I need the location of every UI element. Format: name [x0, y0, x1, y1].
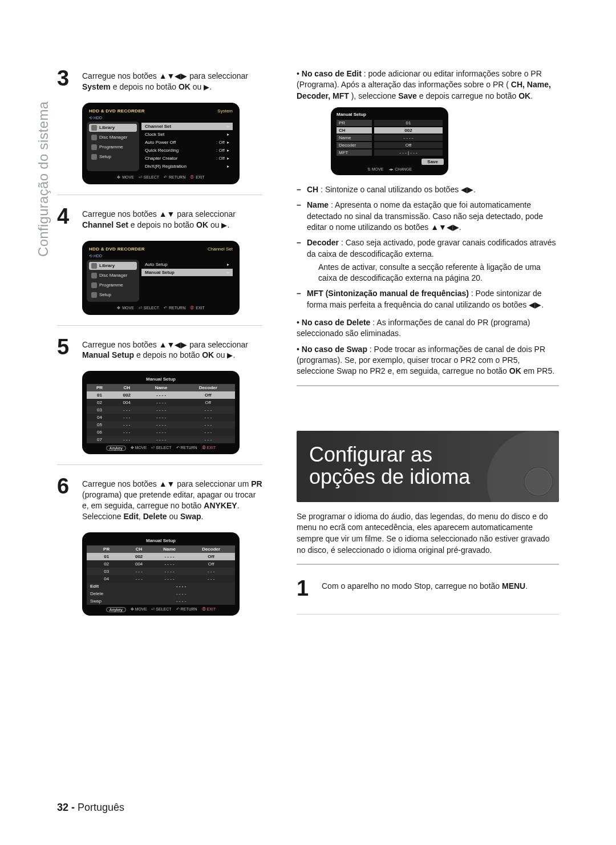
table-row: 01002- - - -Off: [87, 391, 235, 399]
step-4: 4 Carregue nos botões ▲▼ para selecciona…: [57, 207, 262, 231]
rule-strong: [297, 564, 559, 565]
step-text: Carregue nos botões ▲▼◀▶ para selecciona…: [82, 71, 262, 92]
screenshot-system: HDD & DVD RECORDER System ⟲ HDD Library …: [82, 103, 240, 184]
step-1: 1 Com o aparelho no modo Stop, carregue …: [297, 579, 559, 598]
rule: [297, 614, 559, 614]
save-button[interactable]: Save: [422, 159, 444, 165]
step-number: 3: [57, 68, 76, 92]
screenshot-manual-setup-2: Manual Setup PRCHNameDecoder 01002- - - …: [82, 532, 240, 616]
table-row: 03- - -- - - -- - -: [87, 568, 235, 575]
context-menu-item: Swap- - - -: [87, 597, 235, 605]
page-footer: 32 - Português: [57, 802, 124, 814]
context-menu-item: Delete- - - -: [87, 590, 235, 597]
table-row: 04- - -- - - -- - -: [87, 575, 235, 583]
nav-list: Library Disc Manager Programme Setup: [87, 122, 139, 171]
table-row: 05- - -- - - -- - -: [87, 421, 235, 428]
rule: [57, 195, 262, 195]
swap-note: • No caso de Swap : Pode trocar as infor…: [297, 344, 559, 377]
step-6: 6 Carregue nos botões ▲▼ para selecciona…: [57, 476, 262, 522]
def-mft: – MFT (Sintonização manual de frequência…: [297, 288, 559, 310]
delete-note: • No caso de Delete : As informações de …: [297, 317, 559, 339]
table-row: 07- - -- - - -- - -: [87, 436, 235, 443]
table-row: 06- - -- - - -- - -: [87, 428, 235, 436]
table-row: 04- - -- - - -- - -: [87, 414, 235, 421]
context-menu-item: Edit- - - -: [87, 583, 235, 590]
settings-list: Channel Set Clock Set Auto Power Off: Of…: [139, 122, 235, 171]
rule: [57, 325, 262, 326]
edit-note: • No caso de Edit : pode adicionar ou ed…: [297, 68, 559, 102]
play-icon: ▶: [204, 83, 209, 91]
right-column: • No caso de Edit : pode adicionar ou ed…: [297, 68, 559, 782]
step-3: 3 Carregue nos botões ▲▼◀▶ para seleccio…: [57, 68, 262, 92]
def-ch: – CH : Sintonize o canal utilizando os b…: [297, 184, 559, 195]
step-5: 5 Carregue nos botões ▲▼◀▶ para seleccio…: [57, 337, 262, 361]
screenshot-channel-set: HDD & DVD RECORDER Channel Set ⟲ HDD Lib…: [82, 241, 240, 315]
section-lead: Se programar o idioma do áudio, das lege…: [297, 511, 559, 556]
table-row: 03- - -- - - -- - -: [87, 406, 235, 414]
page: Configuração do sistema 3 Carregue nos b…: [0, 0, 616, 845]
def-name: – Name : Apresenta o nome da estação que…: [297, 200, 559, 233]
arrow-icons: ▲▼◀▶: [159, 71, 188, 82]
disc-icon: [487, 431, 559, 502]
table-row: 02004- - - -Off: [87, 560, 235, 568]
screenshot-manual-setup-1: Manual Setup PRCHNameDecoder 01002- - - …: [82, 371, 240, 454]
content-grid: 3 Carregue nos botões ▲▼◀▶ para seleccio…: [57, 68, 559, 782]
rule-strong: [297, 385, 559, 386]
section-title: Configurar asopções de idioma: [297, 431, 559, 502]
channel-table: PRCHNameDecoder 01002- - - -Off 02004- -…: [87, 384, 235, 443]
rule: [57, 464, 262, 465]
screenshot-edit-modal: Manual Setup PR01 CH◂ 002 ▸ Name- - - - …: [331, 107, 448, 175]
left-column: 3 Carregue nos botões ▲▼◀▶ para seleccio…: [57, 68, 262, 782]
table-row: 02004- - - -Off: [87, 399, 235, 406]
side-label: Configuração do sistema: [35, 102, 51, 257]
table-row: 01002- - - -Off: [87, 553, 235, 560]
def-decoder: – Decoder : Caso seja activado, pode gra…: [297, 237, 559, 284]
